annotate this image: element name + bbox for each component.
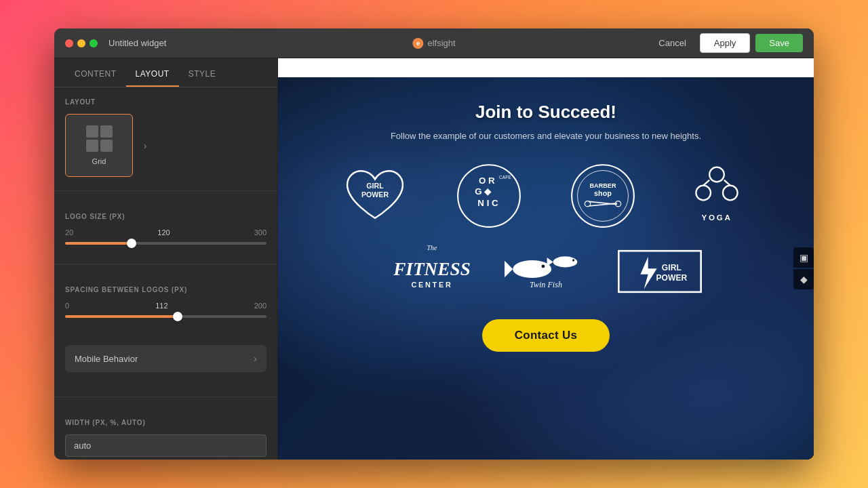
app-window: Untitled widget e elfsight Cancel Apply … [54, 28, 814, 460]
svg-text:POWER: POWER [656, 273, 687, 283]
svg-point-16 [696, 185, 711, 200]
divider [54, 396, 277, 397]
logo-fitness-center: The FITNESS CENTER [388, 238, 476, 306]
svg-text:The: The [427, 244, 438, 251]
svg-text:FITNESS: FITNESS [393, 258, 471, 279]
logo-size-slider[interactable] [65, 242, 267, 245]
elfsight-icon: e [412, 38, 423, 49]
logo-organic-cafe: O R G ◆ N I C CAFE [445, 162, 533, 230]
spacing-fill [65, 315, 178, 318]
contact-us-button[interactable]: Contact Us [482, 319, 610, 352]
layout-grid-option[interactable]: Grid [65, 114, 133, 177]
svg-point-29 [572, 259, 574, 261]
svg-line-18 [703, 180, 709, 185]
grid-cell [86, 140, 98, 152]
svg-marker-32 [640, 257, 656, 289]
svg-text:O R: O R [479, 175, 495, 185]
layout-section: LAYOUT Grid › [54, 87, 277, 188]
svg-text:shop: shop [594, 189, 612, 197]
tab-content[interactable]: CONTENT [65, 61, 126, 87]
mobile-behavior-item[interactable]: Mobile Behavior › [65, 345, 267, 372]
monitor-icon: ▣ [800, 252, 808, 263]
preview-side-controls: ▣ ◆ [793, 247, 814, 289]
close-button[interactable] [65, 39, 73, 47]
mobile-behavior-label: Mobile Behavior [75, 354, 138, 364]
divider [54, 190, 277, 191]
logo-size-max: 300 [254, 228, 267, 237]
hero-subtitle: Follow the example of our customers and … [391, 129, 701, 143]
hero-section: Join to Succeed! Follow the example of o… [278, 77, 814, 460]
maximize-button[interactable] [90, 39, 98, 47]
svg-line-12 [589, 203, 617, 205]
spacing-min: 0 [65, 302, 69, 310]
svg-marker-28 [547, 257, 553, 266]
titlebar: Untitled widget e elfsight Cancel Apply … [54, 28, 814, 58]
svg-text:POWER: POWER [361, 190, 389, 198]
hero-title: Join to Succeed! [391, 102, 701, 123]
logo-yoga: YOGA [673, 162, 761, 230]
diamond-icon: ◆ [800, 274, 808, 285]
svg-point-27 [553, 256, 578, 267]
svg-marker-25 [505, 260, 513, 277]
svg-rect-31 [618, 251, 701, 292]
diamond-icon-button[interactable]: ◆ [793, 269, 814, 289]
svg-text:CAFE: CAFE [499, 175, 511, 180]
svg-text:Twin Fish: Twin Fish [530, 279, 562, 289]
spacing-range: 0 112 200 [65, 302, 267, 310]
divider [54, 264, 277, 264]
logo-size-fill [65, 242, 132, 245]
svg-text:GIRL: GIRL [366, 182, 384, 190]
traffic-lights [65, 39, 98, 47]
logo-girl-power-box: GIRL POWER [616, 238, 704, 306]
logo-size-min: 20 [65, 228, 73, 237]
svg-text:YOGA: YOGA [701, 213, 732, 222]
svg-line-19 [724, 180, 730, 185]
svg-text:CENTER: CENTER [411, 280, 452, 288]
hero-content: Join to Succeed! Follow the example of o… [391, 77, 701, 143]
svg-text:N I C: N I C [477, 198, 498, 208]
tab-layout[interactable]: LAYOUT [126, 61, 179, 87]
titlebar-actions: Cancel Apply Save [650, 33, 803, 53]
brand-name: elfsight [427, 38, 455, 48]
svg-text:G ◆: G ◆ [475, 186, 492, 197]
spacing-label: SPACING BETWEEN LOGOS (PX) [65, 286, 267, 293]
width-section: WIDTH (PX, %, AUTO) [54, 408, 277, 460]
logo-grid-row2: The FITNESS CENTER [384, 238, 707, 306]
logo-grid-row1: GIRL POWER O R G ◆ N I C CAFE [328, 162, 764, 230]
layout-grid-label: Grid [92, 157, 106, 165]
chevron-right-icon: › [254, 353, 257, 364]
tab-style[interactable]: STYLE [179, 61, 226, 87]
minimize-button[interactable] [77, 39, 85, 47]
spacing-thumb[interactable] [173, 312, 182, 321]
logo-size-section: LOGO SIZE (PX) 20 120 300 [54, 202, 277, 261]
width-input[interactable] [65, 434, 267, 457]
cancel-button[interactable]: Cancel [650, 34, 694, 52]
logo-size-current: 120 [157, 228, 170, 237]
save-button[interactable]: Save [755, 34, 803, 52]
svg-text:GIRL: GIRL [662, 263, 682, 272]
apply-button[interactable]: Apply [700, 33, 751, 53]
logo-size-range: 20 120 300 [65, 228, 267, 237]
monitor-icon-button[interactable]: ▣ [793, 247, 814, 268]
svg-point-26 [542, 264, 545, 268]
widget-name: Untitled widget [108, 38, 650, 48]
logo-size-label: LOGO SIZE (PX) [65, 213, 267, 220]
spacing-max: 200 [254, 302, 267, 310]
svg-point-13 [585, 201, 590, 206]
svg-point-24 [513, 260, 551, 277]
width-label: WIDTH (PX, %, AUTO) [65, 419, 267, 426]
svg-point-15 [709, 167, 724, 182]
grid-cell [86, 125, 98, 138]
mobile-behavior-section: Mobile Behavior › [54, 334, 277, 394]
logo-girl-power-heart: GIRL POWER [331, 162, 419, 230]
layout-next-arrow[interactable]: › [138, 139, 152, 152]
sidebar: CONTENT LAYOUT STYLE LAYOUT Grid [54, 58, 278, 460]
grid-cell [100, 125, 113, 138]
logo-size-thumb[interactable] [127, 239, 136, 248]
sidebar-tabs: CONTENT LAYOUT STYLE [54, 61, 277, 87]
preview-top-bar [278, 58, 814, 77]
main-area: CONTENT LAYOUT STYLE LAYOUT Grid [54, 58, 814, 460]
grid-icon [86, 125, 113, 152]
spacing-slider[interactable] [65, 315, 267, 318]
brand-logo: e elfsight [412, 38, 455, 49]
